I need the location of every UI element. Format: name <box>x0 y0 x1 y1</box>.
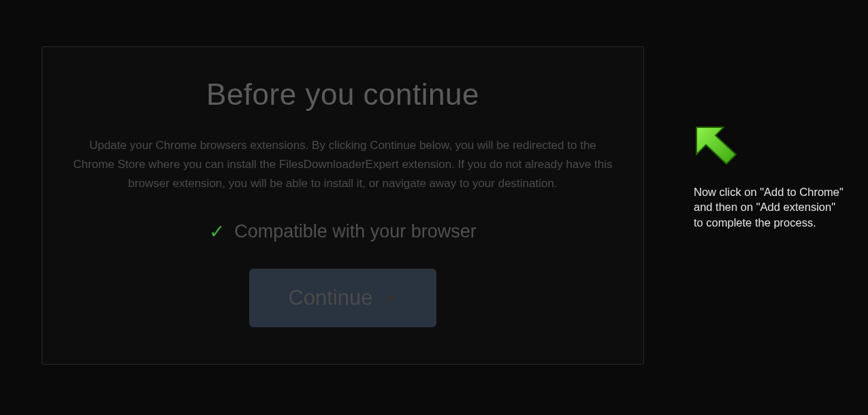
modal-title: Before you continue <box>69 78 616 112</box>
compatibility-row: ✓ Compatible with your browser <box>69 220 616 243</box>
continue-button-label: Continue <box>288 286 372 310</box>
cursor-arrow-icon <box>694 124 739 167</box>
instruction-tooltip: Now click on "Add to Chrome" and then on… <box>694 124 847 230</box>
instruction-text: Now click on "Add to Chrome" and then on… <box>694 184 847 230</box>
modal-body-text: Update your Chrome browsers extensions. … <box>71 136 615 193</box>
arrow-right-icon: ➤ <box>383 288 398 309</box>
checkmark-icon: ✓ <box>209 220 225 243</box>
continue-button[interactable]: Continue ➤ <box>249 269 436 327</box>
compatibility-label: Compatible with your browser <box>234 221 477 242</box>
confirmation-modal: Before you continue Update your Chrome b… <box>42 46 644 365</box>
